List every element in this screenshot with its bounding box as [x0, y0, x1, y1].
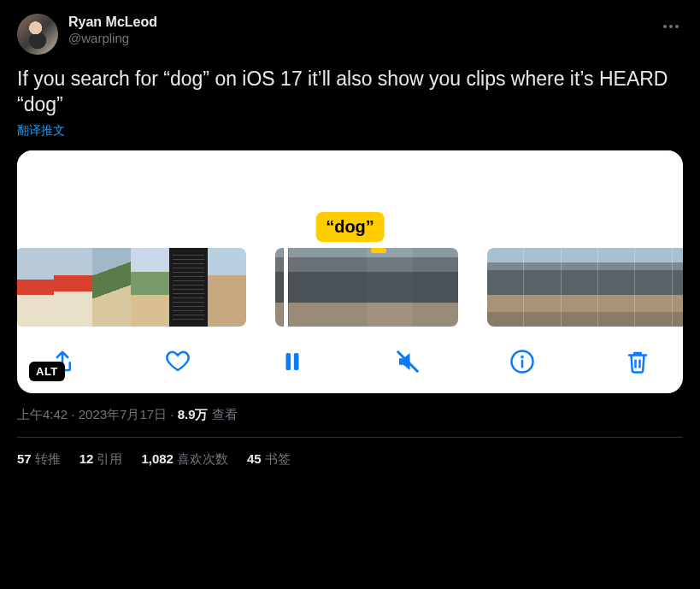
clip-group-3[interactable]: [487, 248, 683, 327]
clip-frame: [598, 248, 635, 327]
clip-group-1[interactable]: [17, 248, 246, 327]
video-timeline[interactable]: [17, 248, 683, 327]
svg-point-8: [522, 356, 523, 357]
clip-frame: [673, 248, 683, 327]
clip-frame: [321, 248, 368, 327]
views-label: 查看: [209, 407, 238, 421]
like-button[interactable]: [163, 347, 192, 376]
divider: [17, 437, 683, 438]
clip-frame: [54, 248, 92, 327]
quotes-stat[interactable]: 12引用: [79, 451, 123, 468]
clip-frame: [524, 248, 561, 327]
svg-point-0: [663, 25, 667, 28]
display-name: Ryan McLeod: [68, 14, 157, 31]
retweets-stat[interactable]: 57转推: [17, 451, 61, 468]
caption-bubble: “dog”: [315, 212, 385, 242]
media-card[interactable]: “dog”: [17, 150, 683, 393]
tweet-container: Ryan McLeod @warpling If you search for …: [0, 0, 700, 481]
pause-icon: [279, 349, 305, 374]
clip-frame: [413, 248, 459, 327]
clip-frame: [562, 248, 598, 327]
svg-rect-3: [286, 353, 291, 370]
trash-icon: [625, 349, 650, 374]
caption-playhead-marker: [371, 248, 386, 253]
clip-frame: [635, 248, 672, 327]
svg-rect-4: [294, 353, 299, 370]
delete-button[interactable]: [623, 347, 652, 376]
bookmarks-stat[interactable]: 45书签: [247, 451, 291, 468]
tweet-meta: 上午4:42 · 2023年7月17日 · 8.9万 查看: [17, 407, 683, 423]
author-block[interactable]: Ryan McLeod @warpling: [68, 14, 157, 47]
clip-frame: [275, 248, 321, 327]
tweet-stats: 57转推 12引用 1,082喜欢次数 45书签: [17, 451, 683, 468]
handle: @warpling: [68, 31, 157, 47]
mute-button[interactable]: [393, 347, 422, 376]
svg-point-1: [669, 25, 673, 28]
tweet-header: Ryan McLeod @warpling: [17, 14, 683, 55]
clip-frame: [169, 248, 208, 327]
clip-frame: [92, 248, 131, 327]
pause-button[interactable]: [278, 347, 307, 376]
avatar[interactable]: [17, 14, 58, 55]
translate-link[interactable]: 翻译推文: [17, 123, 65, 138]
info-icon: [509, 349, 535, 374]
clip-frame: [367, 248, 413, 327]
tweet-time[interactable]: 上午4:42: [17, 407, 68, 421]
ellipsis-icon: [662, 24, 679, 29]
clip-frame: [131, 248, 169, 327]
media-toolbar: [17, 327, 683, 381]
clip-group-2[interactable]: [275, 248, 458, 327]
clip-frame: [208, 248, 246, 327]
svg-point-2: [675, 25, 679, 28]
clip-frame: [17, 248, 54, 327]
clip-frame: [487, 248, 524, 327]
more-options-button[interactable]: [659, 14, 683, 36]
alt-badge[interactable]: ALT: [29, 362, 65, 381]
info-button[interactable]: [508, 347, 537, 376]
tweet-text: If you search for “dog” on iOS 17 it’ll …: [17, 67, 683, 118]
tweet-date[interactable]: 2023年7月17日: [79, 407, 167, 421]
views-count: 8.9万: [178, 407, 209, 421]
heart-icon: [165, 349, 191, 374]
mute-icon: [395, 349, 421, 374]
scrubber-handle[interactable]: [284, 248, 288, 327]
likes-stat[interactable]: 1,082喜欢次数: [141, 451, 228, 468]
